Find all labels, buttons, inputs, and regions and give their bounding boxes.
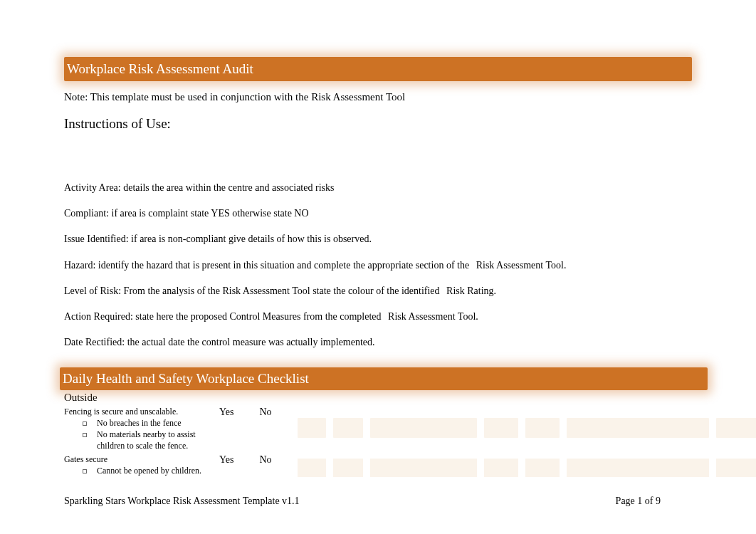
list-item: Cannot be opened by children.: [81, 466, 215, 477]
list-item: No breaches in the fence: [81, 418, 215, 429]
checklist-table: Fencing is secure and unscalable. No bre…: [64, 405, 692, 478]
empty-cell: [370, 418, 477, 438]
definition-text: identify the hazard that is present in t…: [98, 260, 469, 271]
empty-cell: [525, 418, 560, 438]
page-title: Workplace Risk Assessment Audit: [67, 61, 253, 76]
activity-cell: Gates secure Cannot be opened by childre…: [64, 454, 219, 477]
no-label: No: [259, 407, 271, 418]
definition-text: if area is non-compliant give details of…: [131, 234, 372, 244]
definition-row: Date Rectified: the actual date the cont…: [64, 336, 692, 349]
empty-cell: [298, 418, 326, 438]
definition-row: Level of Risk: From the analysis of the …: [64, 285, 692, 298]
page: Workplace Risk Assessment Audit Note: Th…: [0, 0, 756, 478]
no-label: No: [259, 454, 271, 466]
activity-bullets: Cannot be opened by children.: [64, 466, 215, 477]
yes-label: Yes: [219, 454, 233, 466]
definition-label: Action Required:: [64, 311, 133, 322]
instructions-heading: Instructions of Use:: [64, 116, 692, 132]
definition-row: Issue Identified: if area is non-complia…: [64, 233, 692, 246]
empty-cell: [716, 418, 756, 438]
note-text: Note: This template must be used in conj…: [64, 91, 692, 103]
definition-label: Activity Area:: [64, 182, 121, 193]
definition-label: Hazard:: [64, 260, 95, 271]
empty-cell: [567, 459, 709, 477]
yesno-cell: Yes No: [219, 454, 298, 466]
definition-row: Compliant: if area is complaint state YE…: [64, 207, 692, 220]
activity-bullets: No breaches in the fence No materials ne…: [64, 418, 215, 451]
definition-extra: Risk Assessment Tool.: [388, 311, 478, 322]
definition-extra: Risk Rating.: [446, 286, 496, 296]
definition-text: if area is complaint state YES otherwise…: [112, 208, 309, 219]
activity-title: Fencing is secure and unscalable.: [64, 407, 215, 417]
definition-label: Compliant:: [64, 208, 109, 219]
definition-text: state here the proposed Control Measures…: [135, 311, 381, 322]
empty-cell: [333, 418, 363, 438]
page-footer: Sparkling Stars Workplace Risk Assessmen…: [64, 496, 661, 507]
definition-text: From the analysis of the Risk Assessment…: [124, 286, 440, 296]
title-banner: Workplace Risk Assessment Audit: [64, 57, 692, 81]
definition-text: the actual date the control measure was …: [127, 337, 375, 347]
empty-cell: [567, 418, 709, 438]
activity-cell: Fencing is secure and unscalable. No bre…: [64, 407, 219, 451]
checklist-subheading: Outside: [64, 392, 692, 404]
empty-cell: [525, 459, 560, 477]
yesno-cell: Yes No: [219, 407, 298, 418]
definitions-block: Activity Area: details the area within t…: [64, 182, 692, 349]
checklist-section: Daily Health and Safety Workplace Checkl…: [64, 367, 692, 478]
checklist-title: Daily Health and Safety Workplace Checkl…: [63, 371, 309, 386]
empty-cells: [298, 454, 756, 477]
empty-cell: [484, 418, 518, 438]
empty-cell: [298, 459, 326, 477]
definition-text: details the area within the centre and a…: [123, 182, 334, 193]
footer-right: Page 1 of 9: [616, 496, 661, 507]
definition-label: Issue Identified:: [64, 234, 129, 244]
empty-cell: [370, 459, 477, 477]
definition-extra: Risk Assessment Tool.: [476, 260, 567, 271]
empty-cell: [716, 459, 756, 477]
definition-row: Hazard: identify the hazard that is pres…: [64, 259, 692, 272]
activity-title: Gates secure: [64, 454, 215, 465]
empty-cell: [333, 459, 363, 477]
table-row: Fencing is secure and unscalable. No bre…: [64, 405, 692, 453]
definition-label: Date Rectified:: [64, 337, 125, 347]
checklist-banner: Daily Health and Safety Workplace Checkl…: [60, 367, 708, 390]
yes-label: Yes: [219, 407, 233, 418]
definition-label: Level of Risk:: [64, 286, 121, 296]
empty-cells: [298, 407, 756, 438]
definition-row: Activity Area: details the area within t…: [64, 182, 692, 194]
empty-cell: [484, 459, 518, 477]
definition-row: Action Required: state here the proposed…: [64, 310, 692, 323]
footer-left: Sparkling Stars Workplace Risk Assessmen…: [64, 496, 300, 507]
table-row: Gates secure Cannot be opened by childre…: [64, 453, 692, 478]
list-item: No materials nearby to assist children t…: [81, 429, 215, 451]
